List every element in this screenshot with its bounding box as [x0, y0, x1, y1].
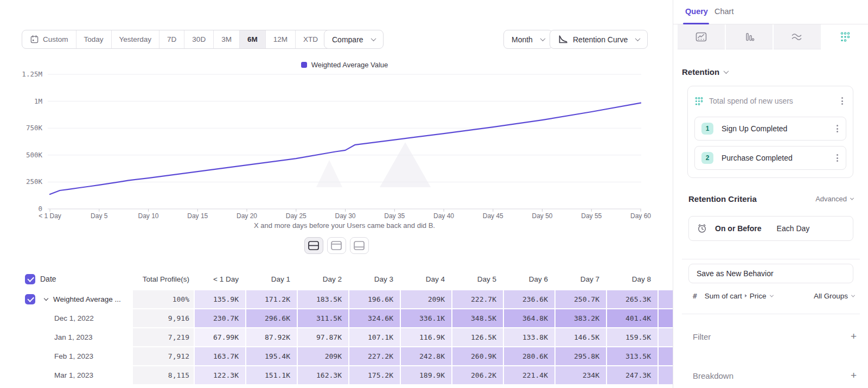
column-header-day[interactable]: Day 3: [349, 269, 400, 289]
x-tick-label: Day 10: [124, 212, 174, 220]
granularity-button[interactable]: Month: [503, 30, 553, 49]
date-range-30d[interactable]: 30D: [184, 30, 214, 48]
column-header-day[interactable]: Day 2: [298, 269, 348, 289]
date-range-7d[interactable]: 7D: [159, 30, 184, 48]
date-range-label: 30D: [192, 35, 206, 43]
date-range-custom[interactable]: Custom: [22, 30, 76, 48]
y-tick-label: 0: [14, 205, 42, 213]
all-groups-dropdown[interactable]: All Groups: [814, 292, 854, 300]
behavior-menu-button[interactable]: [838, 95, 846, 107]
value-cell: 250.7K: [556, 290, 606, 308]
value-cell: 313.5K: [607, 347, 658, 365]
insights-report-tab[interactable]: [678, 24, 725, 49]
column-header-day[interactable]: Day 6: [504, 269, 554, 289]
caret-right-icon: [745, 294, 747, 297]
column-header-day[interactable]: < 1 Day: [195, 269, 245, 289]
date-range-yesterday[interactable]: Yesterday: [112, 30, 160, 48]
chart-only-view-button[interactable]: [327, 237, 346, 254]
value-cell: 122.3K: [195, 366, 245, 384]
profiles-cell: 100%: [133, 290, 194, 308]
tab-chart[interactable]: Chart: [714, 7, 733, 16]
legend-label: Weighted Average Value: [311, 61, 388, 69]
chevron-down-icon: [724, 68, 729, 74]
row-label-cell: Mar 1, 2023: [38, 371, 130, 379]
date-range-label: Yesterday: [119, 35, 152, 43]
value-cell: 348.5K: [452, 309, 503, 327]
criteria-comparator[interactable]: On or Before: [715, 224, 762, 233]
column-header-day[interactable]: Day 8: [607, 269, 658, 289]
column-header-day[interactable]: Day 1: [246, 269, 297, 289]
column-header-day[interactable]: Day 7: [556, 269, 606, 289]
value-cell: 209K: [401, 290, 451, 308]
value-cell: 280.6K: [504, 347, 554, 365]
add-filter-button[interactable]: +: [851, 330, 857, 342]
value-cell: 265.3K: [607, 290, 658, 308]
value-cell-partial: [659, 309, 673, 327]
split-view-button[interactable]: [304, 237, 323, 254]
column-header-day[interactable]: Day 4: [401, 269, 451, 289]
retention-report-tab[interactable]: [822, 24, 868, 49]
compare-label: Compare: [332, 35, 363, 44]
column-header-profiles[interactable]: Total Profile(s): [133, 275, 194, 283]
divider: [682, 259, 860, 259]
filter-row: Filter +: [682, 327, 860, 346]
criteria-mode-dropdown[interactable]: Advanced: [815, 195, 853, 203]
criteria-timing-box[interactable]: On or Before Each Day: [688, 216, 853, 241]
value-cell: 97.87K: [298, 328, 348, 346]
value-cell: 116.9K: [401, 328, 451, 346]
value-cell: 126.5K: [452, 328, 503, 346]
value-cell: 206.2K: [452, 366, 503, 384]
value-cell: 324.6K: [349, 309, 400, 327]
value-cell: 236.6K: [504, 290, 554, 308]
column-header-day[interactable]: Day 5: [452, 269, 503, 289]
row-date-label: Mar 1, 2023: [38, 371, 93, 379]
criteria-period[interactable]: Each Day: [777, 224, 810, 233]
report-section-header[interactable]: Retention: [682, 67, 728, 77]
chart-legend[interactable]: Weighted Average Value: [48, 61, 641, 69]
compare-button[interactable]: Compare: [324, 30, 384, 49]
row-checkbox[interactable]: [25, 294, 35, 304]
breakdown-label: Breakdown: [693, 371, 733, 380]
value-cell-partial: [659, 290, 673, 308]
retention-curve-line: [50, 103, 641, 194]
row-label-cell: Jan 1, 2023: [38, 333, 130, 341]
save-behavior-button[interactable]: Save as New Behavior: [688, 264, 853, 283]
row-label-cell: Feb 1, 2023: [38, 352, 130, 360]
profiles-cell: 8,115: [133, 366, 194, 384]
date-range-3m[interactable]: 3M: [214, 30, 240, 48]
row-label-cell: Weighted Average ...: [38, 295, 130, 303]
step-menu-button[interactable]: [833, 123, 841, 135]
behavior-step-1[interactable]: 1Sign Up Completed: [694, 117, 846, 141]
date-range-today[interactable]: Today: [76, 30, 112, 48]
date-range-label: Today: [84, 35, 104, 43]
y-tick-label: 750K: [14, 124, 42, 132]
behavior-step-2[interactable]: 2Purchase Completed: [694, 146, 846, 170]
x-tick-label: < 1 Day: [25, 212, 75, 220]
expand-chevron-icon[interactable]: [44, 296, 48, 301]
funnels-report-tab[interactable]: [726, 24, 773, 49]
x-tick-label: Day 40: [419, 212, 469, 220]
behavior-title[interactable]: Total spend of new users: [709, 97, 838, 105]
x-tick-label: Day 5: [74, 212, 124, 220]
table-only-view-button[interactable]: [350, 237, 369, 254]
retention-criteria-row: Retention Criteria Advanced: [688, 194, 853, 203]
table-row: Weighted Average ...100%135.9K171.2K183.…: [22, 290, 673, 308]
value-cell: 296.6K: [246, 309, 297, 327]
numeric-measure-icon: #: [693, 292, 697, 300]
value-cell: 135.9K: [195, 290, 245, 308]
measure-event[interactable]: Sum of cart: [705, 292, 742, 300]
column-header-date[interactable]: Date: [38, 275, 130, 283]
date-range-6m[interactable]: 6M: [240, 30, 266, 48]
value-cell: 162.3K: [298, 366, 348, 384]
chart-type-button[interactable]: Retention Curve: [550, 30, 648, 49]
add-breakdown-button[interactable]: +: [851, 370, 857, 381]
step-number-badge: 2: [701, 152, 713, 164]
date-range-12m[interactable]: 12M: [266, 30, 296, 48]
flows-report-tab[interactable]: [774, 24, 821, 49]
step-menu-button[interactable]: [833, 152, 841, 164]
select-all-checkbox[interactable]: [25, 274, 35, 284]
measure-property[interactable]: Price: [750, 292, 767, 300]
flows-icon: [791, 31, 803, 42]
all-groups-label: All Groups: [814, 292, 848, 300]
tab-query[interactable]: Query: [685, 7, 708, 16]
